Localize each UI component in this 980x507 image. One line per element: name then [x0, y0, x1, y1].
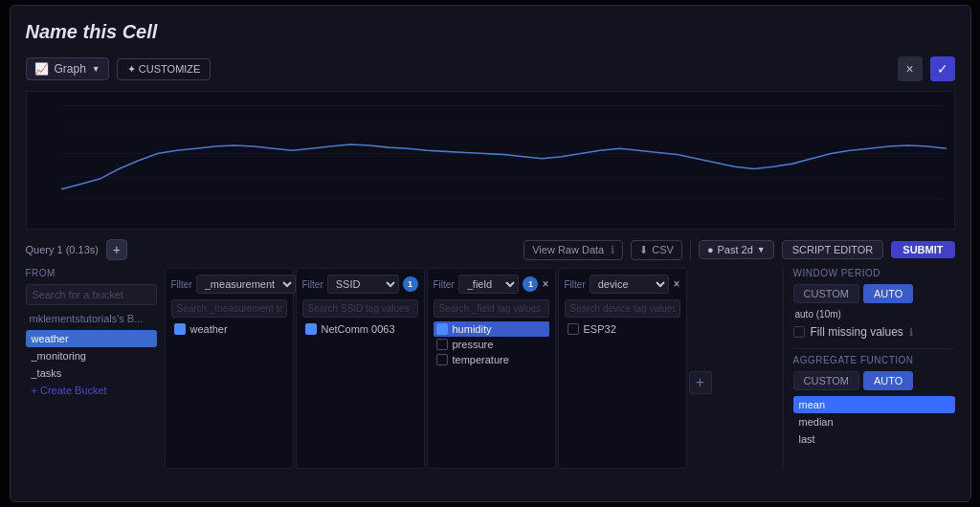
filter-panel-measurement: Filter _measurement 1 weather [165, 268, 294, 469]
device-search[interactable] [565, 299, 680, 318]
bucket-item-weather[interactable]: weather [26, 330, 157, 347]
humidity-checkbox[interactable] [436, 323, 448, 335]
netcomm-checkbox[interactable] [305, 323, 317, 335]
view-raw-button[interactable]: View Raw Data ℹ [523, 240, 623, 260]
filter-label-1: Filter [171, 279, 192, 290]
agg-row: CUSTOM AUTO [793, 371, 955, 390]
fill-missing-checkbox[interactable] [793, 326, 805, 338]
filter-panel-device: Filter device × ESP32 [558, 268, 687, 469]
script-editor-button[interactable]: SCRIPT EDITOR [782, 240, 884, 259]
filter-header-2: Filter SSID 1 [302, 275, 418, 294]
graph-select[interactable]: 📈 Graph ▼ [26, 57, 109, 80]
fill-missing-label: Fill missing values [811, 325, 903, 339]
agg-item-last[interactable]: last [793, 430, 955, 448]
user-label: mklementstutorials's B... [26, 311, 157, 326]
weather-checkbox[interactable] [174, 323, 186, 335]
agg-auto-button[interactable]: AUTO [863, 371, 913, 390]
field-item-temperature[interactable]: temperature [434, 352, 549, 367]
ssid-badge: 1 [403, 276, 418, 292]
csv-button[interactable]: ⬇ CSV [631, 240, 682, 260]
from-label: FROM [26, 268, 157, 278]
chevron-down-icon: ▼ [92, 64, 100, 74]
modal: Name this Cell 📈 Graph ▼ ✦ CUSTOMIZE × ✓… [10, 5, 971, 502]
filter-header-1: Filter _measurement 1 [171, 275, 287, 294]
field-search[interactable] [434, 299, 549, 318]
measurement-select[interactable]: _measurement [196, 275, 296, 294]
main-content: FROM mklementstutorials's B... weather _… [26, 268, 955, 469]
field-close-icon[interactable]: × [542, 277, 548, 291]
right-panel: WINDOW PERIOD CUSTOM AUTO auto (10m) Fil… [783, 268, 955, 469]
field-badge: 1 [523, 276, 538, 292]
divider [793, 348, 955, 349]
agg-item-median[interactable]: median [793, 413, 955, 430]
add-filter-button[interactable]: + [689, 371, 712, 394]
device-item-esp32[interactable]: ESP32 [565, 321, 680, 337]
filter-label-4: Filter [565, 279, 586, 290]
measurement-item-weather[interactable]: weather [171, 321, 287, 337]
agg-custom-button[interactable]: CUSTOM [793, 371, 859, 390]
chart-svg: 80 75 70 65 60 [61, 98, 947, 209]
fill-missing-row: Fill missing values ℹ [793, 325, 955, 339]
auto-note: auto (10m) [793, 309, 955, 320]
from-panel: FROM mklementstutorials's B... weather _… [26, 268, 165, 469]
measurement-search[interactable] [171, 299, 287, 318]
field-select[interactable]: _field [458, 275, 520, 294]
filter-header-4: Filter device × [565, 275, 680, 294]
create-bucket-link[interactable]: + Create Bucket [26, 382, 157, 399]
window-period-row: CUSTOM AUTO [793, 284, 955, 303]
confirm-button[interactable]: ✓ [930, 56, 955, 81]
field-item-humidity[interactable]: humidity [434, 321, 549, 337]
modal-title: Name this Cell [26, 21, 955, 43]
submit-button[interactable]: SUBMIT [891, 241, 954, 258]
window-custom-button[interactable]: CUSTOM [793, 284, 859, 303]
window-auto-button[interactable]: AUTO [863, 284, 913, 303]
filter-panel-ssid: Filter SSID 1 NetComm 0063 [296, 268, 425, 469]
ssid-item-netcomm[interactable]: NetComm 0063 [302, 321, 418, 337]
csv-label: CSV [652, 244, 674, 255]
chevron-down-icon2: ▼ [757, 245, 766, 254]
filter-panel-field: Filter _field 1 × humidity pres [427, 268, 556, 469]
add-filter-container: + [689, 268, 712, 469]
customize-button[interactable]: ✦ CUSTOMIZE [117, 58, 212, 80]
graph-label: Graph [55, 62, 86, 76]
ssid-select[interactable]: SSID [327, 275, 399, 294]
agg-list: mean median last [793, 396, 955, 448]
bucket-search-input[interactable] [26, 284, 157, 305]
aggregate-function-label: AGGREGATE FUNCTION [793, 355, 955, 365]
bucket-item-monitoring[interactable]: _monitoring [26, 347, 157, 364]
view-raw-label: View Raw Data [532, 244, 604, 255]
agg-item-mean[interactable]: mean [793, 396, 955, 413]
esp32-checkbox[interactable] [568, 323, 579, 335]
query-label: Query 1 (0.13s) [26, 244, 99, 255]
bucket-item-tasks[interactable]: _tasks [26, 364, 157, 382]
device-close-icon[interactable]: × [673, 277, 679, 291]
window-period-label: WINDOW PERIOD [793, 268, 955, 278]
ssid-search[interactable] [302, 299, 418, 318]
modal-overlay: Name this Cell 📈 Graph ▼ ✦ CUSTOMIZE × ✓… [0, 0, 980, 507]
filter-panels: Filter _measurement 1 weather [165, 268, 783, 469]
field-item-pressure[interactable]: pressure [434, 337, 549, 352]
clock-icon: ● [707, 244, 714, 255]
graph-icon: 📈 [34, 62, 49, 76]
close-button[interactable]: × [898, 56, 923, 81]
info-icon: ℹ [611, 244, 614, 255]
download-icon: ⬇ [639, 244, 648, 256]
add-query-button[interactable]: + [106, 239, 127, 260]
time-select[interactable]: ● Past 2d ▼ [699, 240, 774, 259]
filter-label-3: Filter [434, 279, 455, 290]
fill-missing-info-icon[interactable]: ℹ [909, 326, 913, 339]
time-label: Past 2d [718, 244, 753, 255]
device-select[interactable]: device [590, 275, 670, 294]
filter-label-2: Filter [302, 279, 323, 290]
toolbar: 📈 Graph ▼ ✦ CUSTOMIZE × ✓ [26, 56, 955, 81]
temperature-checkbox[interactable] [436, 354, 448, 365]
filter-header-3: Filter _field 1 × [434, 275, 549, 294]
chart-container: 80 75 70 65 60 [26, 91, 955, 230]
query-bar: Query 1 (0.13s) + View Raw Data ℹ ⬇ CSV … [26, 239, 955, 260]
pressure-checkbox[interactable] [436, 339, 448, 350]
